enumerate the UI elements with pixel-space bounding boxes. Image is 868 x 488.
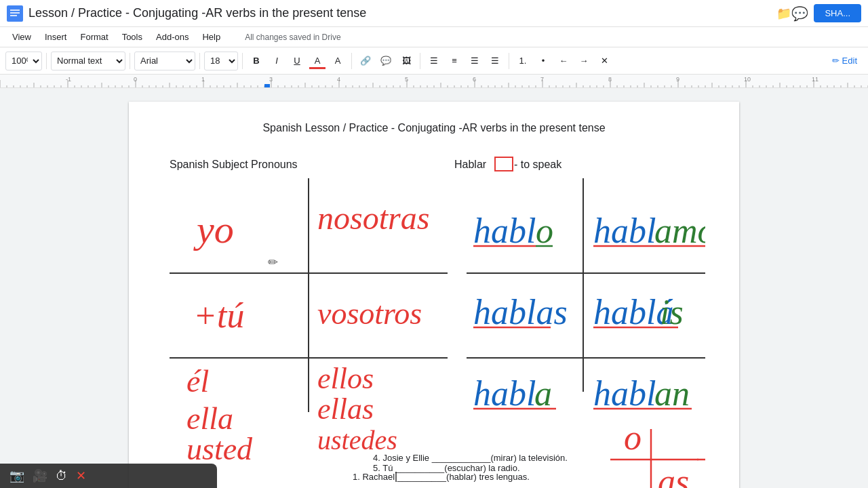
link-button[interactable]: 🔗	[356, 52, 375, 70]
menu-tools[interactable]: Tools	[117, 29, 148, 45]
folder-icon[interactable]: 📁	[776, 6, 791, 21]
align-center[interactable]: ≡	[445, 52, 464, 70]
doc-area: Spanish Lesson / Practice - Conjugating …	[0, 88, 868, 488]
svg-rect-2	[10, 12, 20, 14]
yo-text: yo	[193, 207, 234, 251]
vosotros-text: vosotros	[317, 296, 422, 331]
edit-label: Edit	[842, 56, 857, 66]
toolbar-sep-6	[420, 53, 420, 69]
italic-button[interactable]: I	[267, 52, 286, 70]
bottom-bar: 📷 🎥 ⏱ ✕	[0, 464, 217, 488]
menu-help[interactable]: Help	[197, 29, 226, 45]
o-1: o	[536, 211, 553, 250]
habl-6: habl	[593, 374, 656, 413]
align-right[interactable]: ☰	[465, 52, 484, 70]
page-title: Spanish Lesson / Practice - Conjugating …	[163, 122, 705, 134]
text-color-button[interactable]: A	[308, 52, 327, 70]
ruler	[0, 75, 868, 88]
svg-rect-1	[10, 9, 20, 11]
timer-icon[interactable]: ⏱	[56, 469, 68, 483]
underline-button[interactable]: U	[288, 52, 307, 70]
style-select[interactable]: Normal textHeading 1Heading 2	[51, 52, 125, 70]
menu-bar: View Insert Format Tools Add-ons Help Al…	[0, 27, 868, 47]
ustedes-text: ustedes	[317, 425, 397, 455]
share-button[interactable]: SHA...	[814, 4, 861, 22]
suffix-o: o	[624, 418, 642, 457]
nosotras-text: nosotras	[317, 200, 429, 236]
extra-sentences: 4. Josie y Ellie ____________(mirar) la …	[373, 453, 705, 473]
verb-suffix: - to speak	[514, 159, 562, 170]
camera-icon[interactable]: 📷	[9, 468, 24, 483]
ar-box	[495, 157, 513, 171]
sent-1: 1. Rachael __________(hablar) tres lengu…	[353, 472, 530, 482]
menu-insert[interactable]: Insert	[39, 29, 73, 45]
habl-5: habl	[473, 374, 536, 413]
sent-5: 5. Tú __________(escuchar) la radio.	[373, 463, 705, 473]
a-text: a	[534, 374, 552, 413]
toolbar-sep-7	[509, 53, 509, 69]
menu-view[interactable]: View	[7, 29, 37, 45]
bold-button[interactable]: B	[247, 52, 266, 70]
bul-list[interactable]: •	[534, 52, 553, 70]
toolbar-sep-3	[199, 53, 200, 69]
edit-mode-btn[interactable]: ✏ Edit	[827, 53, 863, 68]
cursor-icon: ✏	[268, 256, 278, 269]
sent-4: 4. Josie y Ellie ____________(mirar) la …	[373, 453, 705, 463]
usted-text: usted	[186, 432, 253, 466]
tu-text: +tú	[193, 296, 245, 335]
is-text: is	[660, 293, 684, 331]
ellas-text: ellas	[317, 392, 374, 426]
amos-text: amos	[654, 211, 705, 250]
doc-title[interactable]: Lesson / Practice - Conjugating -AR verb…	[28, 6, 771, 20]
pencil-icon: ✏	[832, 56, 840, 66]
autosave-text: All changes saved in Drive	[239, 30, 346, 45]
comment-btn[interactable]: 💬	[376, 52, 395, 70]
toolbar-sep-4	[242, 53, 243, 69]
el-text: él	[186, 364, 209, 399]
close-icon[interactable]: ✕	[76, 468, 86, 483]
size-select[interactable]: 181012141624	[204, 52, 238, 70]
highlight-button[interactable]: A	[328, 52, 347, 70]
habl-1: habl	[473, 211, 536, 250]
menu-format[interactable]: Format	[75, 29, 113, 45]
title-bar: Lesson / Practice - Conjugating -AR verb…	[0, 0, 868, 27]
toolbar-sep-2	[130, 53, 130, 69]
toolbar: 100%75%50% Normal textHeading 1Heading 2…	[0, 47, 868, 75]
toolbar-sep-5	[351, 53, 352, 69]
align-justify[interactable]: ☰	[486, 52, 505, 70]
align-left[interactable]: ☰	[425, 52, 443, 70]
habl-2: habl	[593, 211, 656, 250]
font-select[interactable]: ArialTimes New RomanCourier New	[134, 52, 195, 70]
video-icon[interactable]: 🎥	[33, 468, 47, 483]
clear-format[interactable]: ✕	[595, 52, 614, 70]
svg-rect-3	[10, 15, 17, 16]
indent-more[interactable]: →	[574, 52, 593, 70]
num-list[interactable]: 1.	[513, 52, 532, 70]
zoom-select[interactable]: 100%75%50%	[5, 52, 42, 70]
pronouns-heading: Spanish Subject Pronouns	[170, 159, 298, 170]
habl-3: hablas	[473, 293, 568, 331]
toolbar-sep-1	[46, 53, 47, 69]
menu-addons[interactable]: Add-ons	[151, 29, 194, 45]
ellos-text: ellos	[317, 362, 374, 395]
image-btn[interactable]: 🖼	[397, 52, 416, 70]
verb-heading: Hablar	[454, 159, 487, 170]
ella-text: ella	[186, 401, 233, 436]
an-text: an	[654, 374, 690, 413]
drawing-layer: Spanish Subject Pronouns Hablar - to spe…	[163, 148, 705, 488]
indent-less[interactable]: ←	[554, 52, 573, 70]
page: Spanish Lesson / Practice - Conjugating …	[129, 102, 739, 488]
comment-icon[interactable]: 💬	[791, 5, 808, 22]
doc-icon	[7, 5, 23, 22]
